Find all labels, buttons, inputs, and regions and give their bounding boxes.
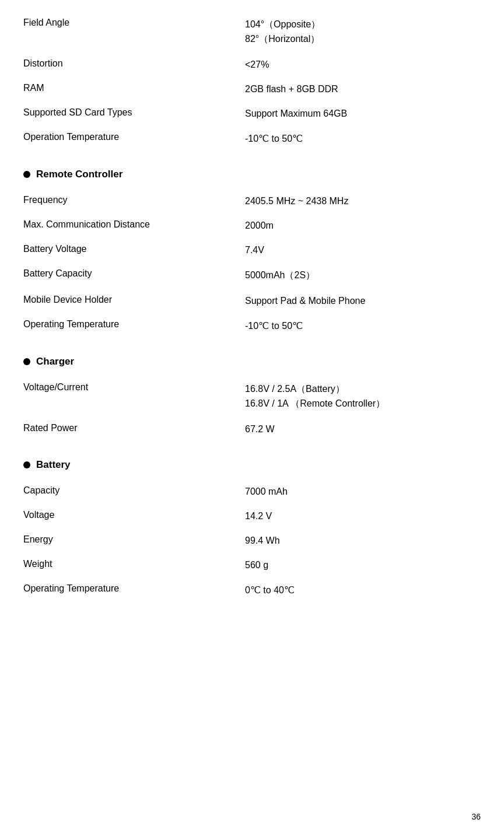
spec-value: 5000mAh（2S） <box>245 268 481 283</box>
spec-row: Max. Communication Distance2000m <box>23 214 481 238</box>
spec-value-line: 104°（Opposite） <box>245 18 481 32</box>
spec-value: 560 g <box>245 559 481 572</box>
spec-label: Supported SD Card Types <box>23 107 245 118</box>
spec-row: Operating Temperature-10℃ to 50℃ <box>23 313 481 338</box>
spec-label: Operation Temperature <box>23 132 245 142</box>
spec-value-line: 5000mAh（2S） <box>245 268 481 283</box>
spec-value-line: -10℃ to 50℃ <box>245 319 481 332</box>
spec-value: 16.8V / 2.5A（Battery）16.8V / 1A （Remote … <box>245 382 481 411</box>
spec-label: Energy <box>23 534 245 545</box>
spec-row: Battery Capacity5000mAh（2S） <box>23 262 481 289</box>
spec-label: RAM <box>23 83 245 93</box>
spec-label: Distortion <box>23 58 245 69</box>
spec-label: Operating Temperature <box>23 583 245 594</box>
bullet-icon <box>23 358 30 365</box>
spec-value: 2GB flash + 8GB DDR <box>245 83 481 96</box>
spec-label: Battery Capacity <box>23 268 245 279</box>
spec-value-line: 2GB flash + 8GB DDR <box>245 83 481 96</box>
spec-row: RAM2GB flash + 8GB DDR <box>23 77 481 102</box>
spec-value: 7000 mAh <box>245 485 481 498</box>
section-header-charger: Charger <box>23 356 481 368</box>
spec-value: Support Maximum 64GB <box>245 107 481 120</box>
spec-row: Battery Voltage7.4V <box>23 238 481 262</box>
spec-value: <27% <box>245 58 481 71</box>
spec-value: 104°（Opposite）82°（Horizontal） <box>245 18 481 47</box>
spec-value: 2405.5 MHz ~ 2438 MHz <box>245 195 481 208</box>
spec-value: Support Pad & Mobile Phone <box>245 295 481 307</box>
spec-value-line: 16.8V / 2.5A（Battery） <box>245 382 481 397</box>
section-header-remote-controller: Remote Controller <box>23 169 481 180</box>
spec-value: 67.2 W <box>245 423 481 436</box>
section-title: Charger <box>36 356 74 368</box>
spec-label: Field Angle <box>23 18 245 28</box>
spec-value-line: 7.4V <box>245 244 481 257</box>
spec-row: Rated Power67.2 W <box>23 417 481 442</box>
spec-value: 14.2 V <box>245 510 481 523</box>
spec-label: Voltage/Current <box>23 382 245 393</box>
spec-value: 99.4 Wh <box>245 534 481 547</box>
bullet-icon <box>23 171 30 178</box>
spec-row: Operation Temperature-10℃ to 50℃ <box>23 126 481 151</box>
section-title: Remote Controller <box>36 169 123 180</box>
spec-value: 7.4V <box>245 244 481 257</box>
spec-value-line: 99.4 Wh <box>245 534 481 547</box>
spec-row: Frequency2405.5 MHz ~ 2438 MHz <box>23 189 481 214</box>
spec-label: Rated Power <box>23 423 245 433</box>
spec-label: Capacity <box>23 485 245 496</box>
spec-value-line: <27% <box>245 58 481 71</box>
spec-label: Frequency <box>23 195 245 205</box>
spec-value-line: 2405.5 MHz ~ 2438 MHz <box>245 195 481 208</box>
spec-row: Operating Temperature0℃ to 40℃ <box>23 578 481 603</box>
spec-value-line: -10℃ to 50℃ <box>245 132 481 145</box>
spec-value: 2000m <box>245 219 481 232</box>
spec-row: Voltage/Current16.8V / 2.5A（Battery）16.8… <box>23 376 481 417</box>
spec-row: Weight560 g <box>23 553 481 578</box>
section-title: Battery <box>36 459 71 471</box>
spec-value-line: 67.2 W <box>245 423 481 436</box>
spec-value-line: 16.8V / 1A （Remote Controller） <box>245 397 481 411</box>
spec-value-line: 14.2 V <box>245 510 481 523</box>
spec-value: -10℃ to 50℃ <box>245 132 481 145</box>
spec-row: Mobile Device HolderSupport Pad & Mobile… <box>23 289 481 313</box>
spec-value-line: 7000 mAh <box>245 485 481 498</box>
spec-value-line: Support Pad & Mobile Phone <box>245 295 481 307</box>
spec-value-line: 82°（Horizontal） <box>245 32 481 47</box>
spec-row: Capacity7000 mAh <box>23 480 481 504</box>
spec-label: Mobile Device Holder <box>23 295 245 305</box>
spec-value: 0℃ to 40℃ <box>245 583 481 597</box>
spec-value-line: 2000m <box>245 219 481 232</box>
spec-label: Operating Temperature <box>23 319 245 330</box>
spec-row: Voltage14.2 V <box>23 504 481 528</box>
spec-label: Max. Communication Distance <box>23 219 245 230</box>
spec-value-line: 0℃ to 40℃ <box>245 583 481 597</box>
spec-row: Distortion<27% <box>23 52 481 77</box>
spec-value: -10℃ to 50℃ <box>245 319 481 332</box>
spec-row: Field Angle104°（Opposite）82°（Horizontal） <box>23 12 481 52</box>
spec-label: Battery Voltage <box>23 244 245 254</box>
spec-label: Voltage <box>23 510 245 520</box>
spec-value-line: Support Maximum 64GB <box>245 107 481 120</box>
bullet-icon <box>23 461 30 468</box>
spec-row: Energy99.4 Wh <box>23 528 481 553</box>
spec-row: Supported SD Card TypesSupport Maximum 6… <box>23 102 481 126</box>
spec-label: Weight <box>23 559 245 569</box>
spec-value-line: 560 g <box>245 559 481 572</box>
page-number: 36 <box>471 812 481 821</box>
section-header-battery: Battery <box>23 459 481 471</box>
